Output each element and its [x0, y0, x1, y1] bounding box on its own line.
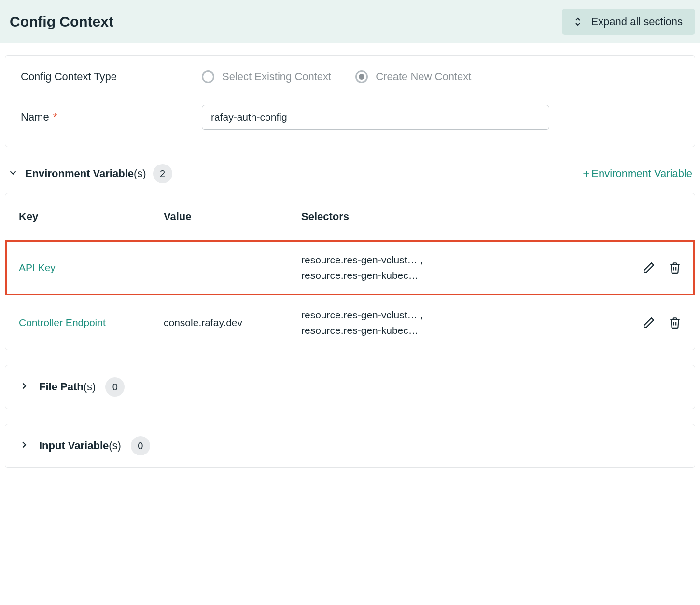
env-section-title: Environment Variable(s)	[25, 167, 146, 180]
add-env-variable-button[interactable]: + Environment Variable	[583, 167, 692, 180]
radio-label: Create New Context	[376, 70, 471, 83]
env-count-badge: 2	[153, 164, 172, 183]
env-selectors: resource.res-gen-vclust… , resource.res-…	[301, 252, 618, 283]
env-key-link[interactable]: API Key	[19, 262, 56, 273]
edit-icon[interactable]	[643, 316, 655, 329]
chevron-right-icon	[19, 440, 29, 453]
header-bar: Config Context Expand all sections	[0, 0, 700, 43]
input-count-badge: 0	[131, 436, 150, 455]
name-input[interactable]	[202, 105, 549, 130]
expand-all-button[interactable]: Expand all sections	[562, 9, 695, 35]
col-header-key: Key	[19, 210, 164, 223]
required-marker: *	[53, 111, 57, 123]
delete-icon[interactable]	[669, 261, 681, 274]
expand-collapse-icon	[574, 17, 581, 26]
file-count-badge: 0	[105, 377, 125, 397]
table-row: API Key resource.res-gen-vclust… , resou…	[5, 240, 695, 295]
name-label: Name *	[21, 111, 202, 124]
env-selectors: resource.res-gen-vclust… , resource.res-…	[301, 307, 618, 338]
file-paths-section[interactable]: File Path(s) 0	[5, 365, 695, 409]
env-key-link[interactable]: Controller Endpoint	[19, 317, 106, 328]
chevron-right-icon	[19, 381, 29, 394]
input-variables-title: Input Variable(s)	[39, 440, 121, 452]
table-row: Controller Endpoint console.rafay.dev re…	[5, 295, 695, 350]
page-title: Config Context	[10, 14, 113, 30]
env-variables-table: Key Value Selectors API Key resource.res…	[5, 193, 695, 350]
radio-icon	[355, 70, 368, 83]
input-variables-section[interactable]: Input Variable(s) 0	[5, 424, 695, 468]
col-header-selectors: Selectors	[301, 210, 618, 223]
file-paths-title: File Path(s)	[39, 381, 96, 393]
type-label: Config Context Type	[21, 70, 202, 83]
expand-all-label: Expand all sections	[591, 15, 683, 28]
chevron-down-icon[interactable]	[8, 167, 18, 180]
radio-icon	[202, 70, 214, 83]
col-header-value: Value	[164, 210, 301, 223]
env-value: console.rafay.dev	[164, 317, 242, 328]
delete-icon[interactable]	[669, 316, 681, 329]
table-header: Key Value Selectors	[5, 193, 695, 240]
config-context-form: Config Context Type Select Existing Cont…	[5, 55, 695, 147]
radio-select-existing[interactable]: Select Existing Context	[202, 70, 331, 83]
radio-create-new[interactable]: Create New Context	[355, 70, 471, 83]
edit-icon[interactable]	[643, 261, 655, 274]
radio-label: Select Existing Context	[222, 70, 331, 83]
plus-icon: +	[583, 167, 589, 180]
